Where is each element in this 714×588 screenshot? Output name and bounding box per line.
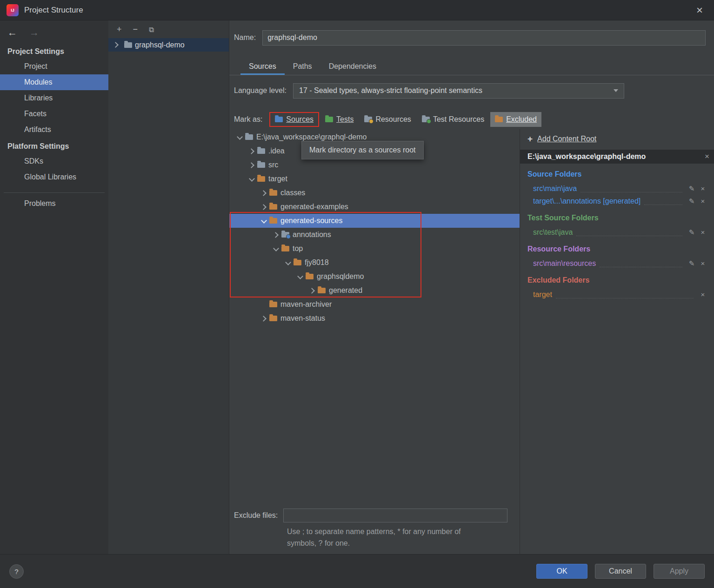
tree-row-maven-status[interactable]: maven-status	[229, 311, 520, 325]
resource-folders-group: Resource Folders src\main\resources ✎ ×	[520, 238, 714, 270]
excluded-folder-icon	[495, 117, 503, 122]
sidebar-item-project[interactable]: Project	[0, 59, 108, 74]
dotted-leader	[581, 192, 682, 192]
source-folder-item[interactable]: src\main\java ✎ ×	[527, 182, 708, 195]
mark-as-row: Mark as: Sources Tests Resources	[234, 110, 706, 129]
source-folder-item[interactable]: target\...\annotations [generated] ✎ ×	[527, 195, 708, 207]
remove-icon[interactable]: ×	[697, 259, 708, 267]
cancel-button[interactable]: Cancel	[595, 564, 646, 579]
dialog-body: ← → Project Settings Project Modules Lib…	[0, 20, 714, 554]
sidebar-item-global-libraries[interactable]: Global Libraries	[0, 169, 108, 185]
tree-row-generated-sources[interactable]: generated-sources	[229, 214, 520, 228]
tree-row-maven-archiver[interactable]: maven-archiver	[229, 297, 520, 311]
tab-paths[interactable]: Paths	[285, 58, 320, 75]
tree-row-annotations[interactable]: annotations	[229, 228, 520, 242]
source-folders-title: Source Folders	[527, 170, 708, 178]
chevron-right-icon[interactable]	[307, 286, 317, 295]
mark-excluded-button[interactable]: Excluded	[490, 112, 541, 127]
chevron-right-icon[interactable]	[259, 188, 268, 198]
edit-icon[interactable]: ✎	[686, 259, 697, 268]
chevron-right-icon[interactable]	[271, 230, 280, 239]
add-module-icon[interactable]: +	[117, 25, 122, 33]
module-editor-top: Name: Sources Paths Dependencies Languag…	[229, 20, 714, 129]
resource-folder-link[interactable]: src\main\resources	[533, 259, 596, 268]
generated-source-folder-icon	[281, 232, 289, 238]
tree-row-label: annotations	[293, 231, 331, 239]
edit-icon[interactable]: ✎	[686, 228, 697, 237]
dotted-leader	[556, 298, 694, 298]
remove-module-icon[interactable]: −	[133, 25, 138, 33]
language-level-select[interactable]: 17 - Sealed types, always-strict floatin…	[293, 83, 624, 99]
test-source-folder-link[interactable]: src\test\java	[533, 228, 573, 237]
module-name-input[interactable]	[262, 30, 706, 46]
copy-module-icon[interactable]: ⧉	[149, 26, 154, 33]
exclude-files-input[interactable]	[283, 509, 507, 522]
module-folder-icon	[124, 42, 132, 48]
excluded-folder-link[interactable]: target	[533, 291, 552, 299]
sidebar-item-artifacts[interactable]: Artifacts	[0, 122, 108, 138]
tab-sources[interactable]: Sources	[240, 58, 285, 75]
tree-row-generated[interactable]: generated	[229, 284, 520, 297]
tree-row-src[interactable]: src	[229, 158, 520, 172]
back-icon[interactable]: ←	[7, 27, 17, 38]
name-label: Name:	[234, 33, 256, 42]
tab-dependencies[interactable]: Dependencies	[320, 58, 385, 75]
test-source-folder-item[interactable]: src\test\java ✎ ×	[527, 226, 708, 238]
sidebar-item-libraries[interactable]: Libraries	[0, 90, 108, 106]
chevron-down-icon[interactable]	[271, 244, 280, 253]
source-folder-link[interactable]: src\main\java	[533, 185, 577, 193]
chevron-down-icon[interactable]	[295, 272, 305, 281]
close-icon[interactable]: ×	[692, 5, 707, 16]
sidebar-item-sdks[interactable]: SDKs	[0, 153, 108, 169]
module-list-panel: + − ⧉ graphsql-demo	[108, 20, 229, 554]
hint-line-1: Use ; to separate name patterns, * for a…	[287, 526, 514, 538]
mark-resources-button[interactable]: Resources	[360, 112, 415, 127]
mark-test-resources-button[interactable]: Test Resources	[417, 112, 489, 127]
forward-icon[interactable]: →	[29, 27, 39, 38]
tree-row-fjy8018[interactable]: fjy8018	[229, 256, 520, 270]
chevron-right-icon[interactable]	[247, 160, 256, 170]
source-folder-link[interactable]: target\...\annotations [generated]	[533, 197, 641, 205]
help-button[interactable]: ?	[9, 564, 24, 579]
tree-row-classes[interactable]: classes	[229, 186, 520, 200]
tree-row-generated-examples[interactable]: generated-examples	[229, 200, 520, 214]
remove-content-root-icon[interactable]: ×	[705, 152, 709, 161]
remove-icon[interactable]: ×	[697, 291, 708, 298]
edit-icon[interactable]: ✎	[686, 185, 697, 193]
tree-row-graphsqldemo[interactable]: graphsqldemo	[229, 270, 520, 284]
excluded-folder-item[interactable]: target ×	[527, 288, 708, 301]
hint-line-2: symbols, ? for one.	[287, 538, 514, 549]
apply-button[interactable]: Apply	[654, 564, 705, 579]
remove-icon[interactable]: ×	[697, 228, 708, 236]
chevron-down-icon[interactable]	[283, 258, 293, 267]
add-content-root-button[interactable]: + Add Content Root	[520, 134, 714, 150]
tree-row-target[interactable]: target	[229, 172, 520, 186]
mark-tests-button[interactable]: Tests	[320, 112, 358, 127]
chevron-down-icon[interactable]	[235, 132, 244, 142]
tree-row-label: classes	[280, 189, 305, 197]
content-root-header[interactable]: E:\java_workspace\graphql-demo ×	[520, 150, 714, 164]
edit-icon[interactable]: ✎	[686, 197, 697, 205]
chevron-right-icon[interactable]	[111, 40, 120, 50]
nav-arrows: ← →	[0, 23, 108, 43]
chevron-down-icon[interactable]	[259, 216, 268, 225]
sidebar-item-problems[interactable]: Problems	[0, 196, 108, 211]
chevron-placeholder	[259, 300, 268, 309]
titlebar: IJ Project Structure ×	[0, 0, 714, 20]
chevron-right-icon[interactable]	[259, 314, 268, 323]
remove-icon[interactable]: ×	[697, 197, 708, 205]
language-level-value: 17 - Sealed types, always-strict floatin…	[299, 86, 482, 95]
tree-row-top[interactable]: top	[229, 242, 520, 256]
remove-icon[interactable]: ×	[697, 185, 708, 192]
module-row-graphsql-demo[interactable]: graphsql-demo	[108, 38, 229, 52]
resource-folder-item[interactable]: src\main\resources ✎ ×	[527, 257, 708, 270]
chevron-down-icon[interactable]	[247, 174, 256, 184]
test-source-folders-group: Test Source Folders src\test\java ✎ ×	[520, 207, 714, 238]
sidebar-item-modules[interactable]: Modules	[0, 74, 108, 90]
tree-row-label: generated-examples	[280, 203, 348, 211]
chevron-right-icon[interactable]	[259, 202, 268, 211]
ok-button[interactable]: OK	[536, 564, 587, 579]
mark-sources-button[interactable]: Sources	[269, 112, 319, 127]
chevron-right-icon[interactable]	[247, 146, 256, 156]
sidebar-item-facets[interactable]: Facets	[0, 106, 108, 122]
